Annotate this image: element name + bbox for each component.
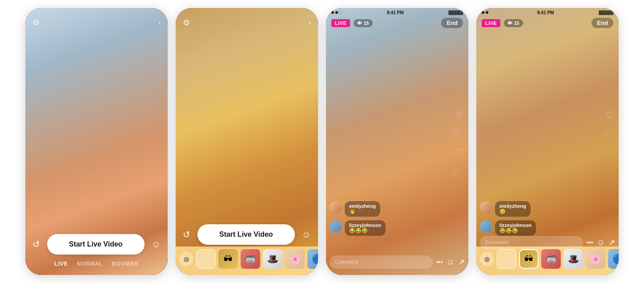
heart-5: ♡	[452, 168, 460, 179]
eye-icon-4: 👁	[507, 20, 512, 26]
compass-icon-4[interactable]: ◎	[480, 252, 494, 266]
comment-bubble-2: lizzeyjohnson 😂😂😂	[345, 220, 386, 236]
phone-screen-4: 9:41 PM ▓▓▓▓▓ LIVE 👁 15 End ♡ ♡ ♡ emilyz…	[476, 8, 619, 275]
comment-text-4-2: 😂😂😂	[499, 228, 531, 234]
comment-bubble-4-1: emilyzheng 😊	[495, 201, 531, 217]
gear-icon[interactable]: ⚙	[32, 18, 40, 28]
compass-icon[interactable]: ◎	[179, 252, 193, 266]
comment-bar-3: ••• ☺ ↗	[330, 255, 465, 269]
eye-icon-3: 👁	[357, 20, 362, 26]
live-top-bar-3: LIVE 👁 15 End	[326, 8, 468, 31]
filter-hat-4[interactable]: 🎩	[564, 249, 583, 269]
emoji-icon-3[interactable]: ☺	[447, 258, 455, 267]
heart-3: ♡	[456, 147, 464, 158]
phone-screen-1: ⚙ › ↺ Start Live Video ☺ LIVE NORMAL BOO…	[25, 8, 168, 275]
filter-strip-2: ◎ 🕶 🥽 🎩 🌸 🔵	[176, 247, 318, 275]
heart-2: ♡	[451, 128, 459, 139]
filter-goggles[interactable]: 🥽	[241, 249, 260, 269]
comment-username-4-2: lizzeyjohnson	[499, 222, 531, 228]
filter-flower-4[interactable]: 🌸	[586, 249, 605, 269]
filter-lens-4[interactable]: 🔵	[608, 249, 619, 269]
comment-bubble-1: emilyzheng 👋	[345, 201, 380, 217]
comment-text-4-1: 😊	[499, 209, 526, 214]
heart-1: ♡	[455, 109, 463, 120]
end-button-4[interactable]: End	[592, 18, 613, 28]
comment-item-2: lizzeyjohnson 😂😂😂	[330, 220, 465, 236]
chevron-right-icon-2[interactable]: ›	[309, 19, 311, 27]
count-3: 15	[363, 20, 369, 26]
comment-item-4-1: emilyzheng 😊	[480, 201, 615, 217]
comment-username-1: emilyzheng	[349, 203, 376, 209]
top-bar-2: ⚙ ›	[176, 18, 318, 28]
filter-strip-4: ◎ 🕶 🥽 🎩 🌸 🔵	[476, 247, 619, 275]
comment-avatar-2	[330, 220, 342, 233]
filter-sunglasses-4[interactable]: 🕶	[519, 249, 539, 269]
live-badge-4: LIVE	[482, 19, 500, 27]
comment-avatar-1	[330, 201, 342, 214]
filter-sunglasses-gold[interactable]: 🕶	[218, 249, 238, 269]
face-filter-icon[interactable]: ☺	[152, 239, 161, 250]
viewer-count-4: 👁 15	[504, 19, 523, 27]
filter-goggles-4[interactable]: 🥽	[541, 249, 561, 269]
filter-hat[interactable]: 🎩	[263, 249, 282, 269]
start-live-button-2[interactable]: Start Live Video	[197, 224, 295, 245]
live-left-controls: LIVE 👁 15	[331, 19, 373, 27]
top-bar-1: ⚙ ›	[25, 18, 168, 28]
comment-item-1: emilyzheng 👋	[330, 201, 465, 217]
share-icon-4[interactable]: ↗	[608, 238, 615, 247]
comments-area-4: emilyzheng 😊 lizzeyjohnson 😂😂😂	[480, 201, 615, 239]
mode-tabs: LIVE NORMAL BOOMER	[25, 261, 168, 267]
comments-area-3: emilyzheng 👋 lizzeyjohnson 😂😂😂	[330, 201, 465, 239]
heart-4-3: ♡	[605, 83, 613, 93]
live-top-bar-4: LIVE 👁 15 End	[476, 8, 619, 31]
share-icon-3[interactable]: ↗	[458, 257, 465, 267]
rotate-camera-icon[interactable]: ↺	[32, 239, 40, 250]
start-live-button[interactable]: Start Live Video	[47, 234, 145, 255]
comment-input-4[interactable]	[480, 236, 583, 249]
filter-flower[interactable]: 🌸	[285, 249, 305, 269]
live-badge-3: LIVE	[331, 19, 350, 27]
heart-4-2: ♡	[602, 128, 610, 139]
rotate-icon-2[interactable]: ↺	[183, 229, 190, 240]
filter-lens[interactable]: 🔵	[307, 249, 318, 269]
heart-4: ♡	[455, 83, 463, 93]
live-left-4: LIVE 👁 15	[482, 19, 523, 27]
heart-4-1: ♡	[605, 109, 613, 120]
mode-tab-boomerang[interactable]: BOOMER	[112, 261, 139, 267]
phone-screen-2: ⚙ › ↺ Start Live Video ☺ ◎ 🕶 🥽 🎩 🌸 🔵	[176, 8, 318, 275]
more-icon-3[interactable]: •••	[436, 259, 443, 266]
comment-username-2: lizzeyjohnson	[349, 222, 381, 228]
filter-none-4[interactable]	[497, 249, 516, 269]
comment-avatar-4-2	[480, 220, 492, 233]
comment-item-4-2: lizzeyjohnson 😂😂😂	[480, 220, 615, 236]
bottom-controls-1: ↺ Start Live Video ☺ LIVE NORMAL BOOMER	[25, 234, 168, 275]
comment-bubble-4-2: lizzeyjohnson 😂😂😂	[495, 220, 536, 236]
count-4: 15	[514, 20, 519, 26]
gear-icon-2[interactable]: ⚙	[183, 18, 190, 28]
comment-bar-4: ••• ☺ ↗	[480, 236, 615, 249]
end-button-3[interactable]: End	[441, 18, 463, 28]
start-button-row-2: ↺ Start Live Video ☺	[176, 224, 318, 245]
more-icon-4[interactable]: •••	[587, 239, 593, 246]
mode-tab-normal[interactable]: NORMAL	[77, 261, 103, 267]
comment-text-1: 👋	[349, 209, 376, 214]
comment-avatar-4-1	[480, 201, 492, 214]
face-icon-2[interactable]: ☺	[302, 230, 311, 240]
chevron-right-icon[interactable]: ›	[158, 19, 161, 27]
comment-input-3[interactable]	[330, 255, 433, 269]
filter-none[interactable]	[196, 249, 216, 269]
viewer-count-3: 👁 15	[354, 19, 372, 27]
start-button-row: ↺ Start Live Video ☺	[25, 234, 168, 255]
mode-tab-live[interactable]: LIVE	[54, 261, 68, 267]
comment-text-2: 😂😂😂	[349, 228, 381, 234]
comment-username-4-1: emilyzheng	[499, 203, 526, 209]
emoji-icon-4[interactable]: ☺	[597, 238, 605, 247]
phone-screen-3: 9:41 PM ▓▓▓▓▓ LIVE 👁 15 End ♡ ♡ ♡ ♡ ♡	[326, 8, 468, 275]
